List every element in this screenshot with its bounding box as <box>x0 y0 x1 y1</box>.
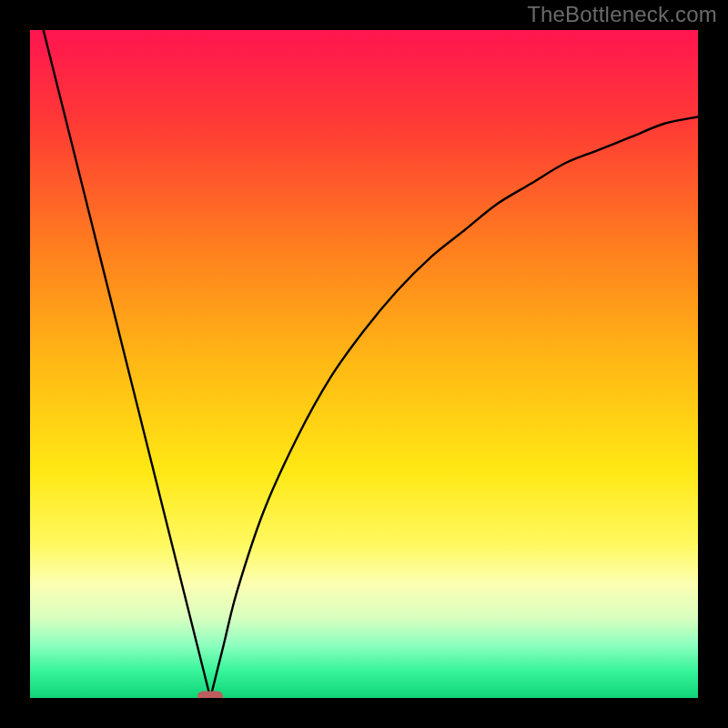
bottleneck-curve <box>30 30 698 698</box>
optimum-marker <box>197 692 223 699</box>
plot-area <box>30 30 698 698</box>
watermark-text: TheBottleneck.com <box>527 2 717 27</box>
chart-frame: TheBottleneck.com <box>0 0 728 728</box>
